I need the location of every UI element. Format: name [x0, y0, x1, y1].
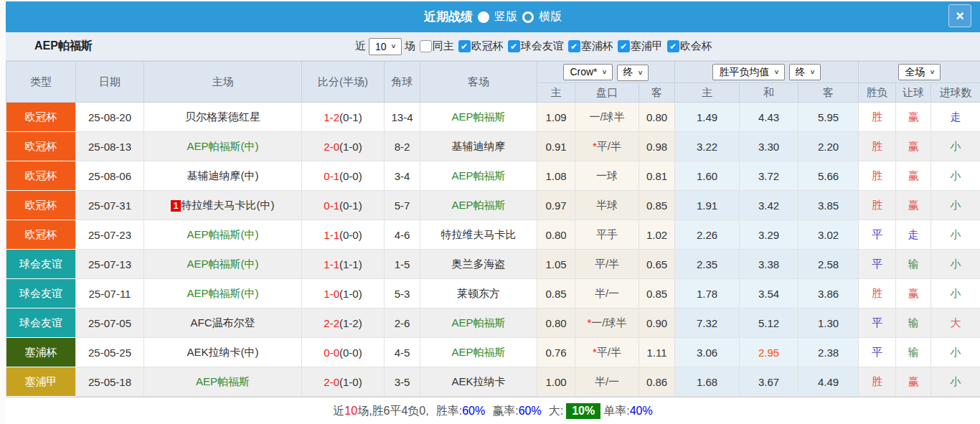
league-checkbox[interactable]: ✔ — [508, 40, 520, 52]
away-team-cell: AEP帕福斯 — [420, 308, 537, 338]
away-team: AEK拉纳卡 — [451, 375, 505, 387]
odds-away: 1.02 — [639, 220, 675, 250]
league-filter-list: ✔ 欧冠杯 ✔ 球会友谊 ✔ 塞浦杯 ✔ 塞浦甲 ✔ 欧会杯 — [454, 39, 712, 54]
radio-vertical-label[interactable]: 竖版 — [494, 9, 517, 24]
avg-home-odds: 3.06 — [675, 338, 740, 367]
handicap-line: *平/半 — [575, 338, 639, 367]
handicap-line: 一/球半 — [575, 103, 639, 132]
handicap-rate-label: 赢率: — [492, 404, 518, 419]
league-checkbox[interactable]: ✔ — [618, 40, 630, 52]
corners: 2-6 — [385, 308, 420, 338]
competition-badge: 球会友谊 — [6, 250, 75, 278]
odds-away: 1.11 — [639, 338, 675, 367]
col-header-score: 比分(半场) — [302, 62, 385, 103]
avg-draw-odds: 5.12 — [740, 308, 798, 338]
win-lose-result: 胜 — [859, 132, 896, 161]
handicap-result: 赢 — [896, 279, 931, 308]
competition-badge: 球会友谊 — [6, 308, 75, 337]
home-team-cell: AEP帕福斯(中) — [144, 132, 302, 161]
win-lose-result: 胜 — [859, 367, 896, 397]
away-team: AEP帕福斯 — [451, 110, 505, 123]
halftime-score: (0-1) — [339, 111, 362, 123]
home-team-cell: 1特拉维夫马卡比(中) — [144, 191, 302, 220]
handicap-result: 输 — [896, 308, 931, 338]
halftime-score: (0-0) — [339, 170, 362, 182]
home-team: 特拉维夫马卡比(中) — [182, 199, 275, 211]
recent-matches-table: 类型 日期 主场 比分(半场) 角球 客场 Crow* ∨ 终 ∨ 胜平负均值 … — [6, 61, 980, 397]
corners: 3-5 — [385, 367, 420, 397]
close-button[interactable]: × — [948, 4, 971, 27]
competition-badge: 塞浦甲 — [6, 367, 75, 396]
competition-badge: 欧冠杯 — [6, 220, 75, 249]
fulltime-score: 1-0 — [324, 288, 339, 300]
same-home-checkbox[interactable] — [420, 40, 432, 52]
league-label: 球会友谊 — [521, 39, 564, 53]
avg-home-odds: 1.60 — [675, 161, 740, 191]
competition-badge-cell: 球会友谊 — [6, 279, 76, 308]
away-team-cell: 特拉维夫马卡比 — [420, 220, 537, 250]
league-checkbox[interactable]: ✔ — [568, 40, 580, 52]
goals-result: 大 — [931, 308, 980, 338]
odds-avg-period-select[interactable]: 终 ∨ — [789, 64, 821, 80]
avg-away-odds: 5.95 — [798, 103, 859, 132]
competition-badge: 欧冠杯 — [6, 103, 75, 131]
col-header-home: 主场 — [144, 62, 302, 103]
win-rate-label: 胜率: — [436, 404, 462, 419]
handicap-result: 赢 — [896, 132, 931, 161]
away-team-cell: AEP帕福斯 — [420, 103, 537, 132]
away-team: 莱顿东方 — [457, 287, 500, 299]
match-date: 25-08-20 — [76, 103, 144, 132]
home-team: AFC温布尔登 — [191, 316, 255, 329]
fulltime-score: 0-1 — [324, 199, 339, 212]
league-checkbox[interactable]: ✔ — [458, 40, 471, 52]
home-team-cell: 基辅迪纳摩(中) — [144, 161, 302, 191]
radio-horizontal-layout[interactable] — [522, 11, 534, 23]
avg-away-odds: 5.66 — [798, 161, 859, 191]
goals-result: 小 — [931, 338, 980, 367]
halftime-score: (0-0) — [339, 347, 362, 359]
away-team-cell: AEP帕福斯 — [420, 191, 537, 220]
avg-home-odds: 7.32 — [675, 308, 740, 338]
layout-switcher: 近期战绩 竖版 横版 — [424, 9, 562, 25]
summary-record: 场,胜6平4负0, — [357, 404, 429, 419]
match-row: 塞浦杯 25-05-25 AEK拉纳卡(中) 0-0(0-0) 4-5 AEP帕… — [6, 338, 980, 367]
handicap-result: 赢 — [896, 191, 931, 220]
handicap-line: 一球 — [575, 161, 639, 191]
avg-draw-odds: 3.30 — [740, 132, 798, 161]
avg-away-odds: 2.58 — [798, 250, 859, 279]
summary-count: 10 — [344, 405, 357, 418]
match-row: 球会友谊 25-07-05 AFC温布尔登 2-2(1-2) 2-6 AEP帕福… — [6, 308, 980, 338]
away-team-cell: 基辅迪纳摩 — [420, 132, 537, 161]
away-team-cell: AEP帕福斯 — [420, 338, 537, 367]
odds-away: 0.86 — [639, 367, 675, 397]
match-date: 25-05-25 — [76, 338, 144, 367]
avg-draw-odds: 3.29 — [740, 220, 798, 250]
bookmaker-select[interactable]: Crow* ∨ — [563, 64, 612, 80]
fulltime-score: 0-0 — [324, 347, 339, 359]
odds-avg-select[interactable]: 胜平负均值 ∨ — [712, 64, 784, 80]
handicap-line: 半/一 — [575, 279, 639, 308]
league-label: 塞浦杯 — [581, 39, 613, 53]
dialog-header: 近期战绩 竖版 横版 × — [6, 1, 980, 32]
avg-away-odds: 2.20 — [798, 132, 859, 161]
scope-select[interactable]: 全场 ∨ — [898, 64, 940, 80]
score-cell: 1-1(0-0) — [302, 220, 385, 250]
odds-home: 1.00 — [537, 367, 575, 397]
league-checkbox[interactable]: ✔ — [667, 40, 679, 52]
win-lose-result: 平 — [859, 220, 896, 250]
score-cell: 0-1(0-1) — [302, 191, 385, 220]
radio-vertical-layout[interactable] — [478, 11, 489, 23]
win-lose-result: 平 — [859, 338, 896, 367]
league-label: 欧冠杯 — [471, 39, 504, 53]
home-team-cell: AFC温布尔登 — [144, 308, 302, 338]
away-team: AEP帕福斯 — [451, 316, 505, 329]
match-count-select[interactable]: 10 ∨ — [369, 38, 402, 55]
radio-horizontal-label[interactable]: 横版 — [539, 9, 562, 24]
avg-away-odds: 4.49 — [798, 367, 859, 397]
subcol-win-lose: 胜负 — [859, 83, 896, 103]
away-team-cell: AEP帕福斯 — [420, 161, 537, 191]
match-date: 25-07-11 — [76, 279, 144, 308]
chevron-down-icon: ∨ — [638, 69, 644, 76]
score-cell: 1-2(0-1) — [302, 103, 385, 132]
bookmaker-period-select[interactable]: 终 ∨ — [617, 65, 649, 81]
